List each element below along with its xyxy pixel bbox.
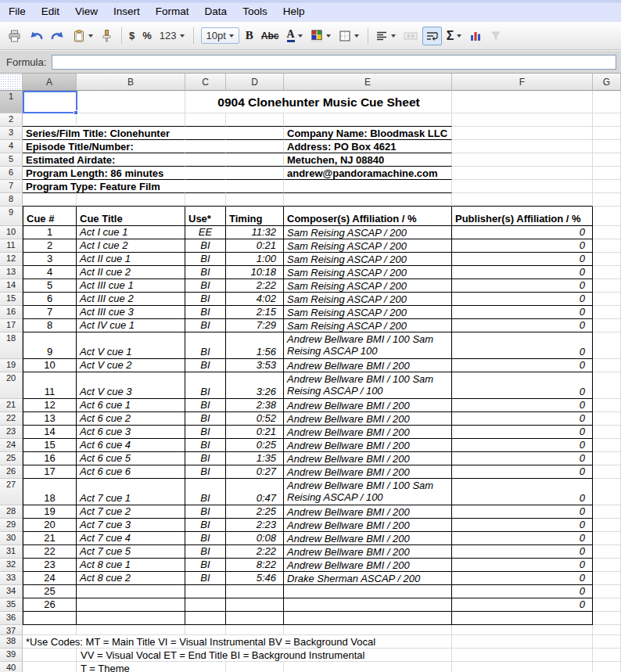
cell-E36[interactable] (284, 612, 452, 625)
cell-A37[interactable] (23, 625, 77, 635)
cell-D12[interactable]: 1:00 (226, 253, 284, 266)
menu-item-help[interactable]: Help (281, 4, 307, 19)
redo-button[interactable] (48, 27, 68, 45)
cell-A22[interactable]: 13 (23, 412, 77, 426)
cell-A23[interactable]: 14 (23, 426, 77, 439)
menu-item-view[interactable]: View (73, 4, 100, 19)
cell-F27[interactable]: 0 (452, 479, 593, 505)
column-header-G[interactable]: G (593, 74, 621, 91)
cell-F24[interactable]: 0 (452, 439, 593, 452)
row-header-25[interactable]: 25 (0, 452, 23, 465)
cell-B34[interactable] (77, 585, 185, 598)
paint-format-button[interactable] (98, 27, 116, 45)
cell-B33[interactable]: Act 8 cue 2 (77, 572, 185, 585)
cell-C29[interactable]: BI (185, 519, 226, 532)
cell-G12[interactable] (593, 253, 621, 266)
cell-D15[interactable]: 4:02 (226, 293, 284, 306)
cell-E24[interactable]: Andrew Bellware BMI / 200 (284, 439, 452, 452)
cell-F36[interactable] (452, 612, 593, 625)
cell-E32[interactable]: Andrew Bellware BMI / 200 (284, 559, 452, 572)
cell-E10[interactable]: Sam Reising ASCAP / 200 (284, 226, 452, 239)
cell-A34[interactable]: 25 (23, 585, 77, 598)
cell-E9[interactable]: Composer(s) Affiliation / % (284, 207, 452, 226)
cell-F17[interactable]: 0 (452, 319, 593, 332)
cell-F15[interactable]: 0 (452, 293, 593, 306)
cell-F4[interactable] (452, 140, 593, 153)
cell-B19[interactable]: Act V cue 2 (77, 359, 185, 372)
cell-D35[interactable] (226, 598, 284, 612)
fill-handle[interactable] (74, 110, 78, 115)
cell-F33[interactable]: 0 (452, 572, 593, 585)
cell-C34[interactable] (185, 585, 226, 598)
cell-F3[interactable] (452, 127, 593, 140)
cell-B2[interactable] (77, 113, 185, 127)
cell-B15[interactable]: Act III cue 2 (77, 293, 185, 306)
cell-G34[interactable] (593, 585, 621, 598)
font-size-select[interactable]: 10pt (201, 27, 239, 44)
cell-G28[interactable] (593, 505, 621, 519)
cell-E14[interactable]: Sam Reising ASCAP / 200 (284, 279, 452, 293)
cell-C13[interactable]: BI (185, 266, 226, 279)
filter-button[interactable] (486, 27, 505, 45)
cell-D26[interactable]: 0:27 (226, 465, 284, 479)
cell-A14[interactable]: 5 (23, 279, 77, 293)
cell-G3[interactable] (593, 127, 621, 140)
cell-F23[interactable]: 0 (452, 426, 593, 439)
row-header-33[interactable]: 33 (0, 572, 23, 585)
row-header-30[interactable]: 30 (0, 532, 23, 545)
cell-E27[interactable]: Andrew Bellware BMI / 100 Sam Reising AS… (284, 479, 452, 505)
cell-C2[interactable] (185, 113, 226, 127)
cell-C15[interactable]: BI (185, 293, 226, 306)
row-header-6[interactable]: 6 (0, 167, 23, 180)
cell-G21[interactable] (593, 399, 621, 412)
cell-C25[interactable]: BI (185, 452, 226, 465)
cell-F13[interactable]: 0 (452, 266, 593, 279)
cell-G26[interactable] (593, 465, 621, 479)
cell-D23[interactable]: 0:21 (226, 426, 284, 439)
cell-B30[interactable]: Act 7 cue 4 (77, 532, 185, 545)
cell-B25[interactable]: Act 6 cue 5 (77, 452, 185, 465)
column-header-A[interactable]: A (23, 74, 77, 91)
cell-B14[interactable]: Act III cue 1 (77, 279, 185, 293)
cell-G20[interactable] (593, 372, 621, 399)
cell-F10[interactable]: 0 (452, 226, 593, 239)
row-header-14[interactable]: 14 (0, 279, 23, 293)
cell-B20[interactable]: Act V cue 3 (77, 372, 185, 399)
cell-E2[interactable] (284, 113, 452, 127)
row-header-20[interactable]: 20 (0, 372, 23, 399)
cell-A16[interactable]: 7 (23, 306, 77, 319)
strikethrough-button[interactable]: Abc (258, 27, 282, 45)
menu-item-file[interactable]: File (6, 4, 28, 19)
cell-C11[interactable]: BI (185, 239, 226, 253)
row-header-9[interactable]: 9 (0, 207, 23, 226)
cell-D33[interactable]: 5:46 (226, 572, 284, 585)
cell-F5[interactable] (452, 153, 593, 167)
cell-G32[interactable] (593, 559, 621, 572)
cell-G33[interactable] (593, 572, 621, 585)
text-color-button[interactable]: A (284, 27, 306, 45)
cell-D9[interactable]: Timing (226, 207, 284, 226)
cell-G30[interactable] (593, 532, 621, 545)
cell-A40[interactable] (23, 662, 77, 672)
cell-C18[interactable]: BI (185, 332, 226, 359)
cell-G35[interactable] (593, 598, 621, 612)
cell-G36[interactable] (593, 612, 621, 625)
cell-B1[interactable] (77, 91, 185, 113)
cell-A20[interactable]: 11 (23, 372, 77, 399)
cell-A8[interactable] (23, 193, 77, 207)
cell-G37[interactable] (593, 625, 621, 635)
row-header-18[interactable]: 18 (0, 332, 23, 359)
cell-G31[interactable] (593, 545, 621, 559)
cell-G39[interactable] (593, 649, 621, 662)
cell-F29[interactable]: 0 (452, 519, 593, 532)
cell-C8[interactable] (185, 193, 226, 207)
cell-E29[interactable]: Andrew Bellware BMI / 200 (284, 519, 452, 532)
cell-F40[interactable] (452, 662, 593, 672)
cell-A28[interactable]: 19 (23, 505, 77, 519)
cell-E37[interactable] (284, 625, 452, 635)
cell-C28[interactable]: BI (185, 505, 226, 519)
row-header-38[interactable]: 38 (0, 635, 23, 649)
cell-B37[interactable] (77, 625, 185, 635)
menu-item-data[interactable]: Data (203, 4, 230, 19)
cell-C23[interactable]: BI (185, 426, 226, 439)
